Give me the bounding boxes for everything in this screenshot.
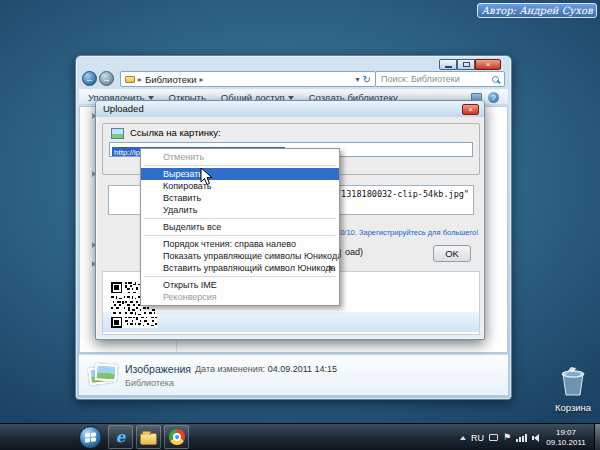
menu-item-label: Порядок чтения: справа налево [163, 239, 296, 249]
menu-item-label: Вставить [163, 193, 201, 203]
breadcrumb[interactable]: Библиотеки [145, 74, 196, 85]
item-type: Библиотека [125, 378, 174, 388]
menu-item-label: Отменить [163, 152, 204, 162]
link-label: Ссылка на картинку: [130, 127, 221, 138]
menu-item-insert-unicode-control[interactable]: Вставить управляющий символ Юникода [141, 262, 339, 274]
system-tray: RU ⚑ 19:07 09.10.2011 [460, 424, 588, 450]
taskbar-chrome[interactable] [164, 425, 189, 449]
submenu-arrow-icon [329, 265, 333, 271]
menu-item-label: Удалить [163, 205, 197, 215]
window-controls: × [439, 59, 501, 70]
refresh-icon[interactable]: ↻ [363, 74, 371, 85]
mouse-cursor [200, 167, 213, 186]
forward-button[interactable]: → [99, 71, 114, 86]
dialog-close-button[interactable]: × [462, 104, 479, 115]
menu-item-cut[interactable]: Вырезать [141, 168, 339, 180]
modified-info: Дата изменения: 04.09.2011 14:15 [195, 364, 337, 374]
menu-separator [144, 165, 336, 166]
dialog-title: Uploaded [103, 103, 144, 114]
taskbar-internet-explorer[interactable]: e [108, 425, 133, 449]
windows-flag-icon [85, 432, 96, 443]
selected-item-name: Изображения [125, 363, 191, 375]
details-pane: Изображения Дата изменения: 04.09.2011 1… [79, 354, 508, 395]
author-badge: Автор: Андрей Сухов [477, 3, 597, 18]
menu-item-open-ime[interactable]: Открыть IME [141, 279, 339, 291]
hidden-icons-chevron[interactable] [460, 436, 466, 440]
clock-time: 19:07 [544, 428, 588, 438]
maximize-button[interactable] [457, 59, 475, 70]
photo-icon [94, 363, 117, 381]
menu-separator [144, 218, 336, 219]
folder-icon [125, 76, 135, 83]
menu-item-undo: Отменить [141, 151, 339, 163]
desktop: Автор: Андрей Сухов × ← → ▸ Библиотеки ▸… [0, 0, 600, 450]
taskbar-apps: e [108, 425, 189, 449]
menu-item-label: Вырезать [163, 169, 203, 179]
volume-icon[interactable] [532, 434, 539, 442]
network-icon[interactable] [516, 434, 527, 442]
history-dropdown-icon[interactable]: ▾ [356, 75, 360, 84]
back-button[interactable]: ← [82, 71, 97, 86]
maximize-icon [463, 62, 470, 67]
breadcrumb-arrow-icon: ▸ [138, 75, 142, 84]
menu-item-reading-order[interactable]: Порядок чтения: справа налево [141, 238, 339, 250]
action-center-flag-icon[interactable]: ⚑ [503, 433, 511, 442]
taskbar: e RU ⚑ 19:07 09.10.2011 [0, 423, 600, 450]
menu-item-reconversion: Реконверсия [141, 291, 339, 303]
show-desktop-button[interactable] [594, 424, 600, 450]
menu-item-label: Выделить все [163, 222, 221, 232]
folder-icon [140, 433, 157, 445]
modified-value: 04.09.2011 14:15 [268, 364, 337, 374]
recycle-bin[interactable]: Корзина [552, 365, 594, 413]
minimize-button[interactable] [439, 59, 457, 70]
clock-date: 09.10.2011 [544, 438, 588, 448]
menu-item-label: Вставить управляющий символ Юникода [163, 263, 336, 273]
menu-separator [144, 235, 336, 236]
search-placeholder: Поиск: Библиотеки [381, 74, 460, 84]
menu-item-delete[interactable]: Удалить [141, 204, 339, 216]
menu-item-label: Показать управляющие символы Юникода [163, 251, 339, 261]
menu-item-copy[interactable]: Копировать [141, 180, 339, 192]
ok-button[interactable]: OK [433, 245, 471, 262]
search-box[interactable]: Поиск: Библиотеки [375, 71, 505, 87]
address-bar[interactable]: ▸ Библиотеки ▸ ▾ ↻ [120, 71, 376, 87]
menu-separator [144, 276, 336, 277]
chrome-icon [169, 429, 185, 445]
menu-item-label: Открыть IME [163, 280, 217, 290]
context-menu: Отменить Вырезать Копировать Вставить Уд… [140, 148, 340, 306]
menu-item-label: Реконверсия [163, 292, 217, 302]
language-indicator[interactable]: RU [471, 433, 484, 443]
clock[interactable]: 19:07 09.10.2011 [544, 428, 588, 447]
keyboard-icon[interactable] [489, 434, 498, 441]
pictures-library-icon [89, 361, 119, 389]
promo-link[interactable]: 10/10. Зарегистрируйтесь для большего! [336, 228, 478, 237]
recycle-bin-icon [558, 365, 588, 397]
recycle-bin-label: Корзина [552, 402, 594, 413]
navigation-bar: ← → ▸ Библиотеки ▸ ▾ ↻ Поиск: Библиотеки [82, 70, 505, 87]
close-button[interactable]: × [475, 59, 501, 70]
search-icon [492, 76, 499, 83]
bottom-strip [103, 312, 479, 332]
internet-explorer-icon: e [116, 428, 126, 446]
image-icon [111, 128, 124, 139]
help-icon[interactable]: ? [488, 92, 499, 103]
dialog-titlebar[interactable]: Uploaded [96, 101, 484, 117]
checkbox-label: oad) [345, 247, 363, 257]
menu-item-show-unicode-controls[interactable]: Показать управляющие символы Юникода [141, 250, 339, 262]
minimize-icon [445, 66, 452, 68]
menu-item-select-all[interactable]: Выделить все [141, 221, 339, 233]
taskbar-explorer[interactable] [136, 425, 161, 449]
start-button[interactable] [79, 426, 102, 449]
modified-label: Дата изменения: [195, 364, 265, 374]
breadcrumb-arrow-icon: ▸ [200, 75, 204, 84]
menu-item-paste[interactable]: Вставить [141, 192, 339, 204]
